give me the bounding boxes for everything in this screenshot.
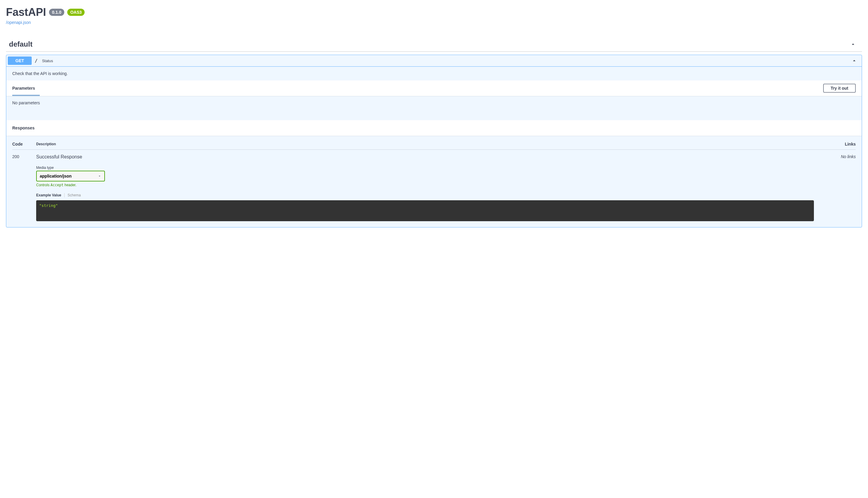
chevron-up-icon xyxy=(850,41,856,47)
hint-code: Accept xyxy=(51,183,63,187)
response-row: 200 Successful Response Media type appli… xyxy=(12,150,856,221)
method-badge-get: GET xyxy=(8,56,32,65)
parameters-header: Parameters Try it out xyxy=(6,80,862,96)
tag-header[interactable]: default xyxy=(6,37,862,52)
title-row: FastAPI 0.1.0 OAS3 xyxy=(6,6,862,18)
hint-pre: Controls xyxy=(36,183,51,187)
api-header: FastAPI 0.1.0 OAS3 /openapi.json xyxy=(6,6,862,25)
response-code: 200 xyxy=(12,154,36,221)
operation-path: / xyxy=(35,58,38,64)
tag-name: default xyxy=(9,40,32,49)
responses-table-header: Code Description Links xyxy=(12,142,856,150)
operation-summary-text: Status xyxy=(42,58,53,63)
example-tabs: Example Value Schema xyxy=(36,193,832,197)
api-title: FastAPI xyxy=(6,6,46,18)
tag-section: default GET / Status Check that the API … xyxy=(6,37,862,227)
response-description-text: Successful Response xyxy=(36,154,832,160)
col-description-header: Description xyxy=(36,142,832,146)
try-it-out-button[interactable]: Try it out xyxy=(823,84,856,93)
col-links-header: Links xyxy=(832,142,856,146)
chevron-up-icon xyxy=(851,58,857,64)
version-badge: 0.1.0 xyxy=(49,9,64,16)
responses-header: Responses xyxy=(6,120,862,136)
response-description: Successful Response Media type applicati… xyxy=(36,154,832,221)
tab-separator xyxy=(64,193,65,197)
operation-body: Check that the API is working. Parameter… xyxy=(6,66,862,227)
oas-badge: OAS3 xyxy=(67,9,84,16)
hint-post: header. xyxy=(63,183,76,187)
operation-description: Check that the API is working. xyxy=(6,67,862,80)
no-parameters-text: No parameters xyxy=(6,96,862,120)
accept-header-hint: Controls Accept header. xyxy=(36,183,832,187)
responses-body: Code Description Links 200 Successful Re… xyxy=(6,136,862,227)
parameters-title: Parameters xyxy=(12,83,35,94)
operation-summary[interactable]: GET / Status xyxy=(6,55,862,66)
tab-schema[interactable]: Schema xyxy=(68,193,81,197)
response-links: No links xyxy=(832,154,856,221)
example-code-block: "string" xyxy=(36,200,814,221)
spec-link[interactable]: /openapi.json xyxy=(6,20,31,25)
tab-example-value[interactable]: Example Value xyxy=(36,193,61,197)
media-type-label: Media type xyxy=(36,166,832,170)
operation-block: GET / Status Check that the API is worki… xyxy=(6,55,862,227)
media-type-select[interactable]: application/json xyxy=(36,171,105,181)
responses-title: Responses xyxy=(12,122,35,133)
col-code-header: Code xyxy=(12,142,36,146)
